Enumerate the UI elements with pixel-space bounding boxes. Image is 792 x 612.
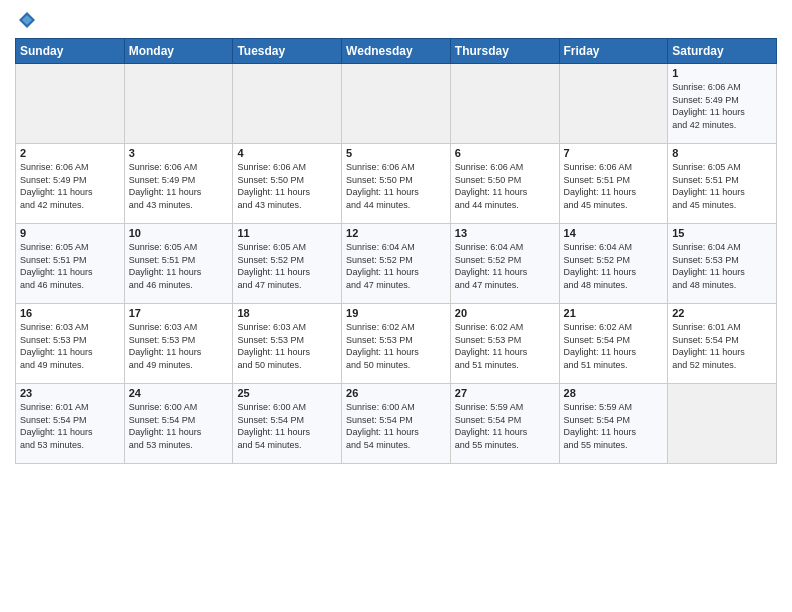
calendar-cell: 16Sunrise: 6:03 AM Sunset: 5:53 PM Dayli… <box>16 304 125 384</box>
day-number: 21 <box>564 307 664 319</box>
calendar-cell: 9Sunrise: 6:05 AM Sunset: 5:51 PM Daylig… <box>16 224 125 304</box>
day-info: Sunrise: 6:00 AM Sunset: 5:54 PM Dayligh… <box>129 401 229 451</box>
page: SundayMondayTuesdayWednesdayThursdayFrid… <box>0 0 792 612</box>
day-number: 5 <box>346 147 446 159</box>
day-number: 20 <box>455 307 555 319</box>
calendar-cell: 15Sunrise: 6:04 AM Sunset: 5:53 PM Dayli… <box>668 224 777 304</box>
day-number: 22 <box>672 307 772 319</box>
day-info: Sunrise: 6:06 AM Sunset: 5:50 PM Dayligh… <box>237 161 337 211</box>
calendar-cell: 19Sunrise: 6:02 AM Sunset: 5:53 PM Dayli… <box>342 304 451 384</box>
calendar-cell: 12Sunrise: 6:04 AM Sunset: 5:52 PM Dayli… <box>342 224 451 304</box>
calendar-cell <box>342 64 451 144</box>
day-info: Sunrise: 6:06 AM Sunset: 5:51 PM Dayligh… <box>564 161 664 211</box>
day-number: 12 <box>346 227 446 239</box>
calendar-cell: 24Sunrise: 6:00 AM Sunset: 5:54 PM Dayli… <box>124 384 233 464</box>
calendar-header-wednesday: Wednesday <box>342 39 451 64</box>
day-info: Sunrise: 6:01 AM Sunset: 5:54 PM Dayligh… <box>672 321 772 371</box>
day-info: Sunrise: 6:06 AM Sunset: 5:49 PM Dayligh… <box>20 161 120 211</box>
logo <box>15 10 37 30</box>
calendar-cell: 4Sunrise: 6:06 AM Sunset: 5:50 PM Daylig… <box>233 144 342 224</box>
day-number: 28 <box>564 387 664 399</box>
calendar-cell: 25Sunrise: 6:00 AM Sunset: 5:54 PM Dayli… <box>233 384 342 464</box>
calendar-cell: 22Sunrise: 6:01 AM Sunset: 5:54 PM Dayli… <box>668 304 777 384</box>
day-number: 1 <box>672 67 772 79</box>
day-number: 15 <box>672 227 772 239</box>
day-info: Sunrise: 6:06 AM Sunset: 5:50 PM Dayligh… <box>346 161 446 211</box>
day-number: 6 <box>455 147 555 159</box>
calendar-header-monday: Monday <box>124 39 233 64</box>
day-number: 8 <box>672 147 772 159</box>
day-info: Sunrise: 6:05 AM Sunset: 5:52 PM Dayligh… <box>237 241 337 291</box>
day-info: Sunrise: 6:03 AM Sunset: 5:53 PM Dayligh… <box>20 321 120 371</box>
day-number: 11 <box>237 227 337 239</box>
day-info: Sunrise: 6:06 AM Sunset: 5:49 PM Dayligh… <box>129 161 229 211</box>
calendar-cell <box>668 384 777 464</box>
day-info: Sunrise: 6:06 AM Sunset: 5:49 PM Dayligh… <box>672 81 772 131</box>
day-number: 13 <box>455 227 555 239</box>
day-info: Sunrise: 6:04 AM Sunset: 5:52 PM Dayligh… <box>564 241 664 291</box>
day-info: Sunrise: 6:03 AM Sunset: 5:53 PM Dayligh… <box>237 321 337 371</box>
calendar-cell: 27Sunrise: 5:59 AM Sunset: 5:54 PM Dayli… <box>450 384 559 464</box>
calendar-week-row: 9Sunrise: 6:05 AM Sunset: 5:51 PM Daylig… <box>16 224 777 304</box>
calendar-cell: 23Sunrise: 6:01 AM Sunset: 5:54 PM Dayli… <box>16 384 125 464</box>
calendar-week-row: 2Sunrise: 6:06 AM Sunset: 5:49 PM Daylig… <box>16 144 777 224</box>
calendar-header-sunday: Sunday <box>16 39 125 64</box>
day-number: 25 <box>237 387 337 399</box>
calendar-week-row: 23Sunrise: 6:01 AM Sunset: 5:54 PM Dayli… <box>16 384 777 464</box>
day-number: 9 <box>20 227 120 239</box>
calendar-header-saturday: Saturday <box>668 39 777 64</box>
calendar-cell <box>233 64 342 144</box>
day-info: Sunrise: 6:05 AM Sunset: 5:51 PM Dayligh… <box>129 241 229 291</box>
day-info: Sunrise: 6:06 AM Sunset: 5:50 PM Dayligh… <box>455 161 555 211</box>
calendar: SundayMondayTuesdayWednesdayThursdayFrid… <box>15 38 777 464</box>
header <box>15 10 777 30</box>
day-number: 4 <box>237 147 337 159</box>
day-info: Sunrise: 6:04 AM Sunset: 5:52 PM Dayligh… <box>346 241 446 291</box>
calendar-cell: 3Sunrise: 6:06 AM Sunset: 5:49 PM Daylig… <box>124 144 233 224</box>
calendar-cell: 8Sunrise: 6:05 AM Sunset: 5:51 PM Daylig… <box>668 144 777 224</box>
day-number: 3 <box>129 147 229 159</box>
day-info: Sunrise: 6:03 AM Sunset: 5:53 PM Dayligh… <box>129 321 229 371</box>
day-number: 24 <box>129 387 229 399</box>
calendar-cell: 14Sunrise: 6:04 AM Sunset: 5:52 PM Dayli… <box>559 224 668 304</box>
calendar-week-row: 1Sunrise: 6:06 AM Sunset: 5:49 PM Daylig… <box>16 64 777 144</box>
day-info: Sunrise: 6:02 AM Sunset: 5:54 PM Dayligh… <box>564 321 664 371</box>
day-info: Sunrise: 6:05 AM Sunset: 5:51 PM Dayligh… <box>672 161 772 211</box>
day-number: 27 <box>455 387 555 399</box>
day-number: 19 <box>346 307 446 319</box>
calendar-cell: 13Sunrise: 6:04 AM Sunset: 5:52 PM Dayli… <box>450 224 559 304</box>
day-info: Sunrise: 5:59 AM Sunset: 5:54 PM Dayligh… <box>455 401 555 451</box>
day-number: 10 <box>129 227 229 239</box>
calendar-cell <box>16 64 125 144</box>
day-info: Sunrise: 6:02 AM Sunset: 5:53 PM Dayligh… <box>346 321 446 371</box>
calendar-header-row: SundayMondayTuesdayWednesdayThursdayFrid… <box>16 39 777 64</box>
calendar-cell: 20Sunrise: 6:02 AM Sunset: 5:53 PM Dayli… <box>450 304 559 384</box>
day-info: Sunrise: 6:04 AM Sunset: 5:52 PM Dayligh… <box>455 241 555 291</box>
day-number: 23 <box>20 387 120 399</box>
calendar-week-row: 16Sunrise: 6:03 AM Sunset: 5:53 PM Dayli… <box>16 304 777 384</box>
calendar-cell: 5Sunrise: 6:06 AM Sunset: 5:50 PM Daylig… <box>342 144 451 224</box>
calendar-cell: 28Sunrise: 5:59 AM Sunset: 5:54 PM Dayli… <box>559 384 668 464</box>
calendar-cell <box>559 64 668 144</box>
calendar-cell: 26Sunrise: 6:00 AM Sunset: 5:54 PM Dayli… <box>342 384 451 464</box>
day-info: Sunrise: 6:01 AM Sunset: 5:54 PM Dayligh… <box>20 401 120 451</box>
calendar-cell: 7Sunrise: 6:06 AM Sunset: 5:51 PM Daylig… <box>559 144 668 224</box>
calendar-cell: 6Sunrise: 6:06 AM Sunset: 5:50 PM Daylig… <box>450 144 559 224</box>
calendar-cell: 2Sunrise: 6:06 AM Sunset: 5:49 PM Daylig… <box>16 144 125 224</box>
day-info: Sunrise: 6:04 AM Sunset: 5:53 PM Dayligh… <box>672 241 772 291</box>
calendar-cell <box>450 64 559 144</box>
calendar-cell: 21Sunrise: 6:02 AM Sunset: 5:54 PM Dayli… <box>559 304 668 384</box>
day-number: 14 <box>564 227 664 239</box>
calendar-header-friday: Friday <box>559 39 668 64</box>
day-info: Sunrise: 6:05 AM Sunset: 5:51 PM Dayligh… <box>20 241 120 291</box>
day-info: Sunrise: 5:59 AM Sunset: 5:54 PM Dayligh… <box>564 401 664 451</box>
calendar-cell: 11Sunrise: 6:05 AM Sunset: 5:52 PM Dayli… <box>233 224 342 304</box>
calendar-cell: 10Sunrise: 6:05 AM Sunset: 5:51 PM Dayli… <box>124 224 233 304</box>
calendar-header-thursday: Thursday <box>450 39 559 64</box>
day-number: 7 <box>564 147 664 159</box>
calendar-cell: 1Sunrise: 6:06 AM Sunset: 5:49 PM Daylig… <box>668 64 777 144</box>
calendar-cell: 17Sunrise: 6:03 AM Sunset: 5:53 PM Dayli… <box>124 304 233 384</box>
day-number: 17 <box>129 307 229 319</box>
day-number: 18 <box>237 307 337 319</box>
day-info: Sunrise: 6:00 AM Sunset: 5:54 PM Dayligh… <box>346 401 446 451</box>
